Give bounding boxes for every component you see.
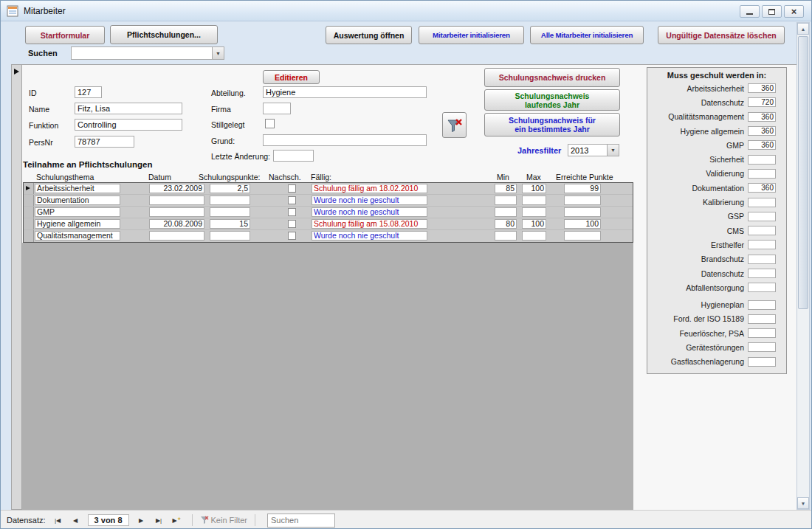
panel-item-value[interactable] [748, 255, 776, 264]
ungueltige-datensaetze-loeschen-button[interactable]: Ungültige Datensätze löschen [658, 26, 785, 44]
row-selector[interactable] [24, 218, 34, 229]
scrollbar-thumb[interactable] [798, 36, 808, 309]
panel-item-value[interactable] [748, 342, 776, 352]
row-selector[interactable] [24, 195, 34, 206]
cell-schulungspunkte[interactable]: 15 [210, 219, 250, 229]
cell-erreichte-punkte[interactable] [564, 231, 601, 241]
nachsch-checkbox[interactable] [288, 208, 296, 216]
panel-item-value[interactable] [748, 240, 776, 249]
status-search-input[interactable] [267, 514, 335, 528]
cell-schulungsthema[interactable]: Qualitätsmanagement [35, 231, 120, 241]
panel-item-value[interactable] [748, 169, 776, 179]
abteilung-field[interactable] [263, 86, 427, 98]
cell-schulungspunkte[interactable] [210, 196, 250, 205]
cell-datum[interactable] [149, 231, 204, 241]
cell-schulungsthema[interactable]: GMP [35, 207, 120, 217]
letzte-aenderung-field[interactable] [273, 150, 314, 162]
cell-erreichte-punkte[interactable] [564, 207, 601, 217]
cell-datum[interactable] [149, 196, 204, 205]
jahresfilter-input[interactable] [568, 145, 607, 156]
panel-item-value[interactable]: 360 [748, 183, 776, 193]
cell-datum[interactable]: 20.08.2009 [149, 219, 204, 229]
startformular-button[interactable]: Startformular [25, 26, 105, 44]
alle-mitarbeiter-initialisieren-button[interactable]: Alle Mitarbeiter initialisieren [530, 26, 644, 44]
record-selector-bar[interactable] [11, 64, 22, 510]
last-record-button[interactable]: ▶| [151, 514, 167, 528]
cell-min[interactable]: 85 [495, 184, 517, 193]
schulungsnachweis-drucken-button[interactable]: Schulungsnachweis drucken [484, 68, 620, 87]
close-button[interactable]: × [784, 5, 804, 18]
panel-item-value[interactable]: 720 [748, 97, 776, 107]
filter-status[interactable]: Kein Filter [211, 516, 248, 525]
cell-min[interactable] [495, 207, 517, 217]
cell-max[interactable] [522, 231, 546, 241]
scroll-down-button[interactable]: ▼ [797, 497, 809, 509]
panel-item-value[interactable] [748, 269, 776, 278]
jahresfilter-dropdown-button[interactable]: ▼ [607, 145, 619, 156]
panel-item-value[interactable] [748, 212, 776, 221]
mitarbeiter-initialisieren-button[interactable]: Mitarbeiter initialisieren [419, 26, 524, 44]
cell-schulungsthema[interactable]: Arbeitssicherheit [35, 184, 120, 193]
cell-faellig[interactable]: Schulung fällig am 18.02.2010 [312, 184, 427, 193]
panel-item-value[interactable]: 360 [748, 126, 776, 136]
cell-schulungsthema[interactable]: Hygiene allgemein [35, 219, 120, 229]
cell-faellig[interactable]: Wurde noch nie geschult [312, 207, 427, 217]
grund-field[interactable] [263, 134, 427, 146]
editieren-button[interactable]: Editieren [263, 70, 320, 84]
search-combo-input[interactable] [72, 47, 212, 59]
firma-field[interactable] [263, 103, 291, 114]
nachsch-checkbox[interactable] [288, 196, 296, 204]
panel-item-value[interactable] [748, 314, 776, 324]
prev-record-button[interactable]: ◀ [68, 514, 83, 528]
cell-erreichte-punkte[interactable] [564, 196, 601, 205]
cell-erreichte-punkte[interactable]: 100 [564, 219, 601, 229]
cell-faellig[interactable]: Schulung fällig am 15.08.2010 [312, 219, 427, 229]
panel-item-value[interactable] [748, 328, 776, 338]
pflichtschulungen-button[interactable]: Pflichtschulungen... [110, 25, 218, 44]
cell-schulungspunkte[interactable]: 2,5 [210, 184, 250, 193]
row-selector[interactable] [24, 230, 34, 242]
panel-item-value[interactable]: 360 [748, 112, 776, 122]
schulungsnachweis-bestimmtes-jahr-button[interactable]: Schulungsnachweis für ein bestimmtes Jah… [484, 113, 620, 136]
remove-filter-button[interactable] [442, 112, 467, 138]
next-record-button[interactable]: ▶ [134, 514, 149, 528]
jahresfilter-combo[interactable]: ▼ [568, 144, 619, 156]
restore-button[interactable] [762, 5, 782, 18]
panel-item-value[interactable]: 360 [748, 140, 776, 150]
cell-faellig[interactable]: Wurde noch nie geschult [312, 231, 427, 241]
new-record-button[interactable]: ▶* [169, 514, 185, 528]
row-selector[interactable] [24, 183, 34, 194]
first-record-button[interactable]: |◀ [50, 514, 66, 528]
name-field[interactable] [75, 103, 182, 114]
funktion-field[interactable] [75, 119, 182, 131]
cell-min[interactable] [495, 231, 517, 241]
nachsch-checkbox[interactable] [288, 220, 296, 228]
panel-item-value[interactable] [748, 283, 776, 292]
cell-max[interactable] [522, 207, 546, 217]
cell-min[interactable] [495, 196, 517, 205]
schulungsnachweis-laufendes-jahr-button[interactable]: Schulungsnachweis laufendes Jahr [484, 89, 620, 111]
panel-item-value[interactable] [748, 155, 776, 165]
stillgelegt-checkbox[interactable] [265, 119, 275, 128]
nachsch-checkbox[interactable] [288, 232, 296, 240]
cell-max[interactable]: 100 [522, 184, 546, 193]
cell-erreichte-punkte[interactable]: 99 [564, 184, 601, 193]
id-field[interactable] [75, 86, 102, 98]
cell-datum[interactable] [149, 207, 204, 217]
panel-item-value[interactable] [748, 198, 776, 207]
record-position[interactable]: 3 von 8 [88, 514, 129, 526]
scroll-up-button[interactable]: ▲ [797, 23, 809, 35]
cell-max[interactable] [522, 196, 546, 205]
cell-faellig[interactable]: Wurde noch nie geschult [312, 196, 427, 205]
panel-item-value[interactable] [748, 357, 776, 367]
cell-max[interactable]: 100 [522, 219, 546, 229]
cell-schulungspunkte[interactable] [210, 231, 250, 241]
search-combo[interactable]: ▼ [71, 46, 224, 60]
panel-item-value[interactable] [748, 300, 776, 310]
cell-datum[interactable]: 23.02.2009 [149, 184, 204, 193]
row-selector[interactable] [24, 207, 34, 218]
vertical-scrollbar[interactable]: ▲ ▼ [796, 22, 810, 510]
auswertung-oeffnen-button[interactable]: Auswertung öffnen [326, 26, 412, 44]
nachsch-checkbox[interactable] [288, 184, 296, 193]
cell-schulungspunkte[interactable] [210, 207, 250, 217]
